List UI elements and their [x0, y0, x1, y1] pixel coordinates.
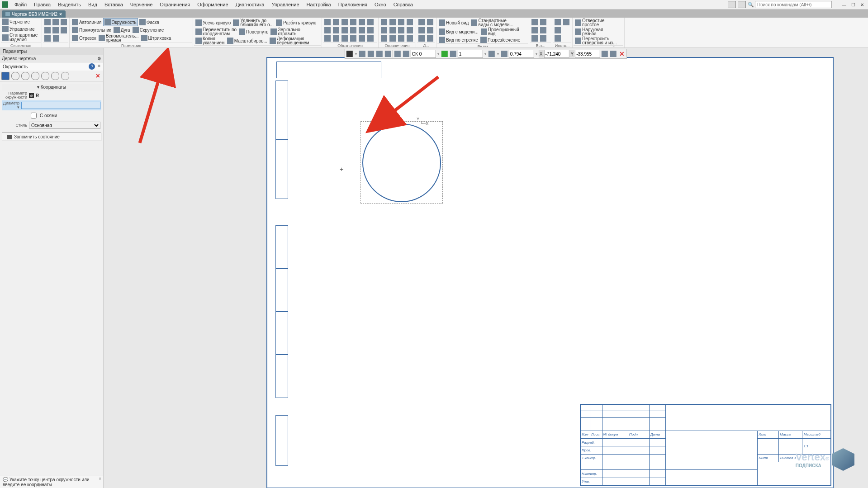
ins-btn-4[interactable] [539, 26, 547, 34]
con-btn-9[interactable] [380, 34, 388, 43]
tool-trim[interactable]: Усечь кривую [194, 19, 232, 26]
tool-mirror[interactable]: Зеркально отразить [270, 27, 301, 36]
x-coord[interactable] [544, 50, 569, 58]
mode-drawing[interactable]: Черчение [1, 18, 31, 25]
con-btn-11[interactable] [397, 34, 405, 43]
diameter-input[interactable] [21, 102, 100, 109]
vt-zoom[interactable] [500, 50, 508, 58]
dim-btn-16[interactable] [349, 34, 357, 43]
ins-btn-2[interactable] [539, 18, 547, 26]
tool-circle[interactable]: Окружность [103, 18, 138, 26]
menu-help[interactable]: Справка [390, 1, 417, 8]
title-block[interactable]: ИзмЛист№ докумПодпДатаЛитМассаМасштаб Ра… [580, 404, 831, 486]
dim-btn-15[interactable] [341, 34, 349, 43]
menu-insert[interactable]: Вставка [101, 1, 127, 8]
menu-apps[interactable]: Приложения [335, 1, 371, 8]
dim-btn-10[interactable] [349, 26, 357, 34]
undo-button[interactable] [52, 26, 59, 34]
paste-button[interactable] [52, 34, 60, 43]
tool-deform[interactable]: Деформация перемещением [269, 36, 310, 45]
vt-grid[interactable] [384, 50, 392, 58]
tool-arc[interactable]: Дуга [113, 26, 131, 33]
con-btn-10[interactable] [389, 34, 397, 43]
drawn-circle[interactable] [362, 123, 441, 202]
section-coords[interactable]: ▾ Координаты [2, 84, 101, 90]
dim-btn-5[interactable] [358, 18, 366, 26]
circle-mode-3pt[interactable] [11, 72, 19, 80]
menu-diag[interactable]: Диагностика [232, 1, 268, 8]
dim-btn-4[interactable] [349, 18, 357, 26]
diag-btn-2[interactable] [426, 18, 434, 26]
save-state-button[interactable]: Запомнить состояние [2, 133, 101, 141]
copy-button[interactable] [43, 34, 52, 43]
circle-mode-2pt[interactable] [51, 72, 59, 80]
mode-std-parts[interactable]: Стандартные изделия [1, 33, 38, 43]
con-btn-4[interactable] [406, 18, 414, 26]
view-arrow[interactable]: Вид по стрелке [438, 36, 479, 43]
menu-view[interactable]: Вид [85, 1, 101, 8]
ins-btn-1[interactable] [531, 18, 539, 26]
layout-btn1[interactable] [728, 1, 736, 8]
circle-mode-concentric[interactable] [61, 72, 69, 80]
circle-mode-tan1[interactable] [21, 72, 29, 80]
dim-btn-17[interactable] [358, 34, 366, 43]
panel-close-icon[interactable]: × [94, 72, 102, 80]
tool-btn-3[interactable] [554, 26, 562, 34]
diag-btn-6[interactable] [426, 34, 434, 43]
vt-grid2[interactable] [394, 50, 402, 58]
new-file-button[interactable] [43, 18, 51, 26]
print-button[interactable] [43, 26, 51, 34]
layout-btn2[interactable] [738, 1, 746, 8]
tree-gear-icon[interactable]: ⚙ [97, 56, 101, 61]
menu-window[interactable]: Окно [371, 1, 390, 8]
view-section[interactable]: Разрез/сечение [479, 36, 521, 43]
vt-pencil[interactable] [346, 50, 354, 58]
tool-split[interactable]: Разбить кривую [275, 19, 317, 26]
tool-extend[interactable]: Удлинить до ближайшего о... [232, 18, 275, 27]
mode-manage[interactable]: Управление [1, 25, 36, 33]
dim-btn-13[interactable] [323, 34, 332, 43]
menu-file[interactable]: Файл [11, 1, 30, 8]
tool-scale[interactable]: Масштабиров... [226, 37, 268, 44]
vt-cancel-icon[interactable]: ✕ [618, 50, 626, 57]
tool-move-coord[interactable]: Переместить по координатам [194, 27, 237, 36]
menu-constraints[interactable]: Ограничения [156, 1, 194, 8]
dim-btn-8[interactable] [332, 26, 340, 34]
tool-autoline[interactable]: Автолиния [71, 19, 103, 26]
with-axes-checkbox[interactable] [31, 113, 37, 118]
vt-scale-icon[interactable] [449, 50, 457, 58]
dim-btn-1[interactable] [323, 18, 332, 26]
ins-btn-5[interactable] [531, 34, 539, 43]
doc-tab[interactable]: Чертеж БЕЗ ИМЕНИ2 × [2, 10, 66, 18]
dim-btn-14[interactable] [332, 34, 340, 43]
diag-btn-4[interactable] [426, 26, 434, 34]
cs-select[interactable] [411, 50, 436, 58]
close-button[interactable]: ✕ [858, 1, 866, 8]
vt-layer[interactable] [441, 50, 449, 58]
menu-settings[interactable]: Настройка [303, 1, 335, 8]
tool-btn-2[interactable] [562, 18, 570, 26]
dim-btn-3[interactable] [341, 18, 349, 26]
diag-btn-1[interactable] [417, 18, 426, 26]
tool-hatch[interactable]: Штриховка [140, 34, 172, 42]
tree-header[interactable]: Дерево чертежа ⚙ [0, 55, 103, 62]
menu-select[interactable]: Выделить [54, 1, 85, 8]
dim-btn-6[interactable] [366, 18, 375, 26]
vt-zoomfit[interactable] [488, 50, 496, 58]
open-file-button[interactable] [52, 18, 59, 26]
redo-button[interactable] [60, 26, 68, 34]
vt-cs[interactable] [402, 50, 410, 58]
circle-mode-tan3[interactable] [41, 72, 49, 80]
con-btn-5[interactable] [380, 26, 388, 34]
dim-btn-2[interactable] [332, 18, 340, 26]
dim-btn-11[interactable] [358, 26, 366, 34]
con-btn-6[interactable] [389, 26, 397, 34]
search-input[interactable] [755, 1, 832, 8]
vt-sync[interactable] [367, 50, 375, 58]
view-model[interactable]: Вид с модели... [438, 28, 479, 35]
style-select[interactable]: Основная [29, 122, 100, 129]
con-btn-2[interactable] [389, 18, 397, 26]
rebuild-holes[interactable]: Перестроить отверстия и из... [574, 36, 617, 45]
vt-dropper[interactable] [601, 50, 609, 58]
dim-btn-18[interactable] [366, 34, 375, 43]
